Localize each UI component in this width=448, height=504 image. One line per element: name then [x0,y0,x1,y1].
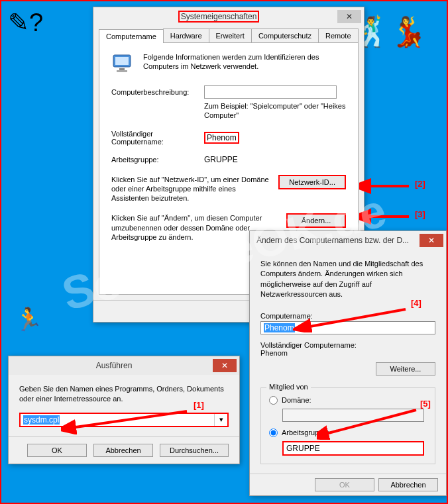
fullname-value: Phenom [204,132,239,144]
tab-hardware[interactable]: Hardware [163,28,209,42]
run-dialog-window: Ausführen ✕ Geben Sie den Namen eines Pr… [8,356,240,464]
tab-protection[interactable]: Computerschutz [251,28,319,42]
browse-button[interactable]: Durchsuchen... [160,444,229,457]
svg-rect-2 [119,68,125,70]
fullname-value: Phenom [260,349,435,357]
desc-label: Computerbeschreibung: [111,88,197,96]
intro-text: Folgende Informationen werden zum Identi… [143,52,346,76]
tab-remote[interactable]: Remote [318,28,359,42]
domain-label: Domäne: [282,396,311,404]
svg-rect-1 [115,57,129,65]
close-button[interactable]: ✕ [420,234,443,247]
doodle-figure: 🏃 [15,306,42,332]
member-of-group: Mitglied von [266,383,311,391]
workgroup-label: Arbeitsgruppe: [282,428,329,436]
arrow-icon [359,207,412,227]
ok-button[interactable]: OK [315,478,374,491]
tab-bar: Computername Hardware Erweitert Computer… [99,28,359,43]
window-title: Ausführen [15,361,213,370]
doodle-figure: ✎? [8,8,43,37]
workgroup-radio[interactable] [269,428,278,437]
workgroup-input[interactable] [282,441,424,456]
network-id-button[interactable]: Netzwerk-ID... [278,175,346,189]
ok-button[interactable]: OK [27,444,87,457]
domain-radio[interactable] [269,396,278,405]
domain-input [282,409,424,422]
workgroup-label: Arbeitsgruppe: [111,156,197,164]
name-label: Computername: [260,312,435,320]
fullname-label: Vollständiger Computername: [111,130,197,146]
run-command-input[interactable]: sysdm.cpl [21,414,214,426]
close-button[interactable]: ✕ [213,359,237,372]
cancel-button[interactable]: Abbrechen [378,478,438,491]
titlebar[interactable]: Ändern des Computernamens bzw. der D... … [250,231,446,250]
workgroup-value: GRUPPE [204,155,238,164]
window-title: Systemeigenschaften [178,11,260,23]
tab-computername[interactable]: Computername [99,29,164,43]
rename-desc: Sie können den Namen und die Mitgliedsch… [260,259,435,300]
cancel-button[interactable]: Abbrechen [93,444,153,457]
more-button[interactable]: Weitere... [376,362,435,376]
computer-icon [111,52,135,76]
annotation-5: [5] [420,399,431,409]
change-button[interactable]: Ändern... [286,213,346,228]
netid-text: Klicken Sie auf "Netzwerk-ID", um einer … [111,175,270,203]
annotation-4: [4] [411,298,421,308]
annotation-2: [2] [415,179,425,189]
computer-name-input[interactable]: Phenom [260,321,435,334]
titlebar[interactable]: Systemeigenschaften ✕ [93,7,364,26]
titlebar[interactable]: Ausführen ✕ [9,356,239,375]
doodle-figure: 🕺💃 [354,15,427,49]
dropdown-icon[interactable]: ▾ [214,414,227,426]
tab-advanced[interactable]: Erweitert [209,28,252,42]
svg-rect-3 [117,70,127,72]
description-input[interactable] [204,85,337,99]
annotation-3: [3] [415,209,425,219]
arrow-icon [359,176,412,196]
fullname-label: Vollständiger Computername: [260,341,435,349]
rename-computer-window: Ändern des Computernamens bzw. der D... … [249,230,447,496]
desc-hint: Zum Beispiel: "Spielcomputer" oder "Heik… [204,101,346,121]
annotation-1: [1] [194,400,204,410]
close-button[interactable]: ✕ [337,10,361,23]
window-title: Ändern des Computernamens bzw. der D... [256,236,420,245]
